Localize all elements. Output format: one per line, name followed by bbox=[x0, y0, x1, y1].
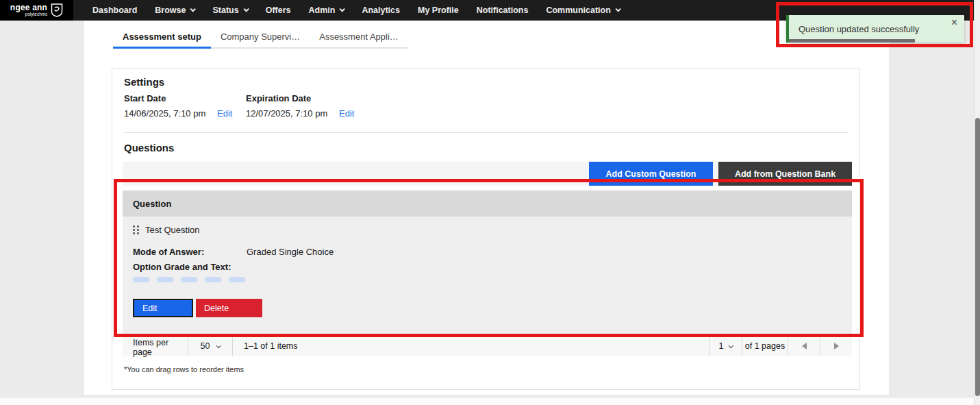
next-page-icon bbox=[834, 343, 839, 349]
option-grade-chip-c-good bbox=[181, 277, 197, 282]
previous-page-icon bbox=[802, 343, 807, 349]
pagination-range-text: 1–1 of 1 items bbox=[233, 336, 709, 356]
tab-assessment-setup[interactable]: Assessment setup bbox=[113, 26, 211, 47]
logo-line1: ngee ann bbox=[10, 3, 47, 12]
logo[interactable]: ngee ann polytechnic bbox=[0, 0, 73, 21]
tab-bar: Assessment setupCompany Supervi…Assessme… bbox=[113, 26, 408, 49]
nav-item-offers[interactable]: Offers bbox=[266, 5, 291, 15]
nav-item-admin[interactable]: Admin bbox=[308, 5, 344, 15]
nav-item-communication[interactable]: Communication bbox=[546, 5, 619, 15]
close-icon[interactable]: × bbox=[951, 17, 957, 28]
scrollbar-thumb[interactable] bbox=[975, 118, 980, 396]
pagination-bar: Items per page 50 1–1 of 1 items 1 of 1 … bbox=[123, 335, 852, 356]
row-title-line: Test Question bbox=[133, 225, 200, 235]
option-grade-chip-d-average bbox=[205, 277, 221, 282]
previous-page-button[interactable] bbox=[788, 336, 820, 356]
chevron-down-icon bbox=[615, 6, 620, 12]
assessment-setup-card: Settings Start Date Expiration Date 14/0… bbox=[112, 68, 860, 390]
edit-question-button[interactable]: Edit bbox=[133, 299, 193, 317]
nav-item-notifications[interactable]: Notifications bbox=[477, 5, 529, 15]
nav-item-status[interactable]: Status bbox=[212, 5, 247, 15]
expiration-date-edit-link[interactable]: Edit bbox=[339, 108, 354, 119]
logo-shield-icon bbox=[51, 3, 63, 17]
nav-item-my-profile[interactable]: My Profile bbox=[418, 5, 459, 15]
question-table-header: Question bbox=[123, 191, 852, 217]
nav-item-dashboard[interactable]: Dashboard bbox=[92, 5, 137, 15]
items-per-page-label: Items per page bbox=[123, 336, 188, 356]
option-grade-chips bbox=[133, 277, 245, 282]
mode-of-answer-label: Mode of Answer: bbox=[133, 247, 204, 257]
page: ngee ann polytechnic Dashboard Browse St… bbox=[0, 0, 980, 405]
nav-item-browse[interactable]: Browse bbox=[155, 5, 194, 15]
add-from-question-bank-button[interactable]: Add from Question Bank bbox=[718, 162, 852, 186]
tab-assessment-appli[interactable]: Assessment Appli… bbox=[310, 26, 408, 47]
toast-message: Question updated successfully bbox=[799, 15, 919, 42]
option-grade-chip-b-excellent bbox=[157, 277, 173, 282]
start-date-edit-link[interactable]: Edit bbox=[217, 108, 232, 119]
navbar-items: Dashboard Browse Status Offers Admin Ana… bbox=[92, 5, 620, 15]
option-grade-label: Option Grade and Text: bbox=[133, 262, 231, 272]
scrollbar[interactable] bbox=[974, 0, 980, 405]
chevron-down-icon bbox=[190, 6, 196, 12]
toast-notification: Question updated successfully × bbox=[786, 15, 964, 42]
drag-handle-icon[interactable] bbox=[133, 225, 139, 234]
page-number-select[interactable]: 1 bbox=[709, 336, 742, 356]
option-grade-chip-a-outstanding bbox=[133, 277, 149, 282]
start-date-label: Start Date bbox=[124, 93, 166, 103]
tab-company-supervi[interactable]: Company Supervi… bbox=[211, 26, 310, 47]
chevron-down-icon bbox=[340, 6, 345, 12]
main-panel: Assessment setupCompany Supervi…Assessme… bbox=[84, 20, 889, 395]
mode-of-answer-value: Graded Single Choice bbox=[247, 247, 334, 257]
chevron-down-icon bbox=[729, 343, 733, 348]
delete-question-button[interactable]: Delete bbox=[196, 299, 262, 317]
items-per-page-select[interactable]: 50 bbox=[188, 336, 233, 356]
question-table-row: Test Question Mode of Answer: Graded Sin… bbox=[123, 217, 852, 335]
chevron-down-icon bbox=[243, 6, 249, 12]
next-page-button[interactable] bbox=[820, 336, 852, 356]
questions-toolbar: Add Custom Question Add from Question Ba… bbox=[123, 162, 852, 186]
expiration-date-label: Expiration Date bbox=[246, 93, 311, 103]
option-grade-chip-f-need-improvement bbox=[229, 277, 245, 282]
items-per-page-value: 50 bbox=[201, 341, 210, 351]
logo-text: ngee ann polytechnic bbox=[10, 3, 47, 17]
settings-title: Settings bbox=[124, 76, 164, 88]
expiration-date-value: 12/07/2025, 7:10 pm bbox=[246, 108, 327, 119]
questions-title: Questions bbox=[124, 142, 174, 154]
section-divider bbox=[124, 132, 849, 133]
nav-item-analytics[interactable]: Analytics bbox=[362, 5, 400, 15]
chevron-down-icon bbox=[216, 343, 221, 348]
logo-line2: polytechnic bbox=[25, 12, 48, 17]
question-title: Test Question bbox=[145, 225, 200, 235]
bottom-strip bbox=[0, 397, 974, 405]
total-pages-text: of 1 pages bbox=[742, 336, 788, 356]
start-date-value: 14/06/2025, 7:10 pm bbox=[124, 108, 205, 119]
reorder-footnote: *You can drag rows to reorder items bbox=[124, 365, 244, 373]
add-custom-question-button[interactable]: Add Custom Question bbox=[589, 162, 713, 186]
toast-progress bbox=[789, 39, 915, 42]
page-number-value: 1 bbox=[719, 341, 724, 351]
